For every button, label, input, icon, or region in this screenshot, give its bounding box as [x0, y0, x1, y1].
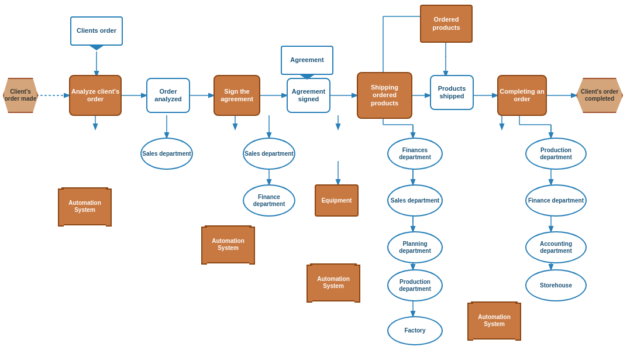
- auto-system-4: Automation System: [471, 301, 518, 340]
- production-dept-2: Production department: [525, 138, 587, 170]
- equipment: Equipment: [315, 184, 359, 217]
- products-shipped: Products shipped: [430, 75, 474, 110]
- factory: Factory: [387, 316, 443, 345]
- completing-order: Completing an order: [497, 75, 547, 116]
- analyze-clients-order: Analyze client's order: [69, 75, 122, 116]
- auto-system-1: Automation System: [61, 187, 108, 225]
- clients-order-doc: Clients order: [70, 16, 123, 46]
- finances-dept: Finances department: [387, 138, 443, 170]
- client-order-completed: Client's order completed: [576, 78, 623, 113]
- ordered-products-doc: Ordered products: [420, 5, 473, 43]
- finance-dept-1: Finance department: [243, 184, 295, 217]
- auto-system-3: Automation System: [310, 263, 357, 301]
- sign-agreement: Sign the agreement: [213, 75, 260, 116]
- agreement-doc: Agreement: [281, 46, 333, 75]
- planning-dept: Planning department: [387, 231, 443, 263]
- order-analyzed: Order analyzed: [146, 78, 190, 113]
- sales-dept-2: Sales department: [243, 138, 295, 170]
- shipping-ordered-products: Shipping ordered products: [357, 72, 412, 119]
- auto-system-2: Automation System: [205, 225, 252, 263]
- accounting-dept: Accounting department: [525, 231, 587, 263]
- agreement-signed: Agreement signed: [287, 78, 330, 113]
- diagram: Client's order made Analyze client's ord…: [0, 0, 644, 360]
- finance-dept-2: Finance department: [525, 184, 587, 217]
- sales-dept-3: Sales department: [387, 184, 443, 217]
- sales-dept-1: Sales department: [140, 138, 193, 170]
- storehouse: Storehouse: [525, 269, 587, 301]
- client-order-made: Client's order made: [3, 78, 38, 113]
- production-dept-1: Production department: [387, 269, 443, 301]
